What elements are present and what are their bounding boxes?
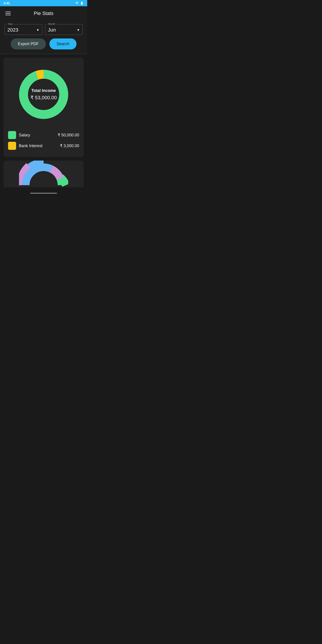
status-time: 3:41 — [4, 1, 10, 5]
app-bar: Pie Stats — [0, 6, 87, 20]
legend: Salary ₹ 50,000.00 Bank Interest ₹ 3,000… — [8, 131, 79, 150]
donut-center-title: Total Income — [30, 88, 57, 93]
export-pdf-button[interactable]: Export PDF — [11, 38, 46, 50]
second-chart-card — [4, 160, 84, 188]
battery-icon — [80, 1, 84, 5]
search-button[interactable]: Search — [50, 38, 76, 50]
home-indicator — [30, 193, 57, 194]
hamburger-menu-button[interactable] — [4, 11, 12, 16]
month-value-container: Jun ▼ — [48, 26, 80, 33]
legend-left-salary: Salary — [8, 131, 30, 139]
year-value-container: 2023 ▼ — [8, 26, 39, 33]
filter-row: Year 2023 ▼ Month Jun ▼ — [4, 24, 83, 35]
legend-name-salary: Salary — [19, 133, 30, 138]
hamburger-line-2 — [5, 13, 11, 14]
hamburger-line-3 — [5, 15, 11, 15]
month-chevron-icon: ▼ — [77, 28, 80, 32]
year-label: Year — [7, 22, 14, 25]
legend-color-bank — [8, 142, 16, 150]
month-value: Jun — [48, 27, 56, 33]
action-row: Export PDF Search — [4, 38, 83, 54]
status-icons — [75, 1, 84, 5]
legend-item-salary: Salary ₹ 50,000.00 — [8, 131, 79, 139]
donut-center-amount: ₹ 53,000.00 — [30, 95, 57, 100]
income-chart-card: Total Income ₹ 53,000.00 Salary ₹ 50,000… — [4, 58, 84, 157]
status-bar: 3:41 — [0, 0, 87, 6]
signal-icon — [75, 1, 79, 5]
hamburger-line-1 — [5, 12, 11, 12]
legend-item-bank-interest: Bank Interest ₹ 3,000.00 — [8, 142, 79, 150]
donut-center-info: Total Income ₹ 53,000.00 — [30, 88, 57, 100]
legend-value-bank: ₹ 3,000.00 — [60, 143, 79, 148]
month-dropdown[interactable]: Month Jun ▼ — [45, 24, 83, 35]
month-label: Month — [48, 22, 56, 25]
donut-chart-container: Total Income ₹ 53,000.00 — [8, 63, 79, 126]
second-chart-svg — [19, 160, 68, 188]
bottom-indicator — [0, 191, 87, 196]
filter-section: Year 2023 ▼ Month Jun ▼ Export PDF Searc… — [0, 20, 87, 54]
page-title: Pie Stats — [12, 10, 76, 16]
year-chevron-icon: ▼ — [36, 28, 39, 32]
legend-name-bank: Bank Interest — [19, 144, 42, 148]
year-dropdown[interactable]: Year 2023 ▼ — [4, 24, 42, 35]
legend-color-salary — [8, 131, 16, 139]
legend-value-salary: ₹ 50,000.00 — [58, 132, 79, 138]
legend-left-bank: Bank Interest — [8, 142, 42, 150]
year-value: 2023 — [8, 27, 18, 33]
content-area: Total Income ₹ 53,000.00 Salary ₹ 50,000… — [0, 54, 87, 191]
